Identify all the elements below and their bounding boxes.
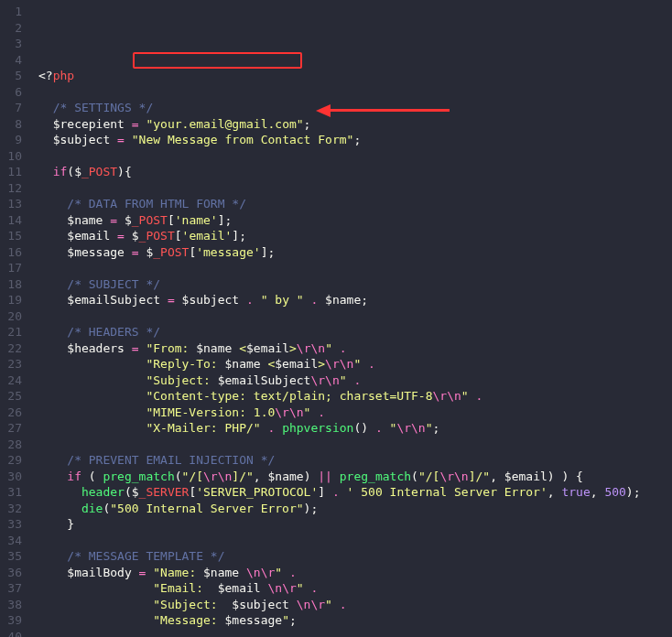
- code-token: .: [310, 581, 318, 595]
- code-token: _SERVER: [139, 485, 190, 499]
- line-number: 26: [5, 405, 22, 421]
- code-line[interactable]: "MIME-Version: 1.0\r\n" .: [38, 405, 641, 421]
- code-line[interactable]: "X-Mailer: PHP/" . phpversion() . "\r\n"…: [38, 420, 641, 437]
- code-token: );: [304, 502, 319, 515]
- code-token: 500: [604, 485, 625, 499]
- code-line[interactable]: [38, 308, 641, 325]
- code-line[interactable]: [38, 84, 641, 101]
- code-line[interactable]: [38, 437, 641, 453]
- code-token: (): [353, 421, 374, 435]
- line-number: 24: [5, 372, 22, 389]
- code-token: =: [168, 293, 175, 307]
- code-line[interactable]: /* SETTINGS */: [38, 100, 641, 116]
- code-line[interactable]: $headers = "From: $name <$email>\r\n" .: [38, 340, 641, 357]
- code-line[interactable]: "Content-type: text/plain; charset=UTF-8…: [38, 388, 641, 405]
- code-token: ($: [125, 485, 139, 499]
- code-token: "/[: [182, 470, 203, 483]
- code-token: ]/": [469, 470, 490, 483]
- code-token: "X-Mailer: PHP/": [146, 421, 260, 435]
- code-token: name: [74, 213, 103, 227]
- code-token: [38, 581, 153, 595]
- code-line[interactable]: $email = $_POST['email'];: [38, 228, 641, 244]
- line-number: 1: [5, 4, 22, 20]
- code-token: $: [318, 293, 332, 307]
- line-number: 27: [5, 420, 22, 437]
- code-token: _POST: [81, 165, 117, 178]
- code-token: ,: [547, 485, 562, 499]
- code-token: 'SERVER_PROTOCOL': [196, 485, 318, 499]
- code-token: headers: [74, 341, 125, 355]
- code-line[interactable]: [38, 148, 641, 165]
- code-token: /* SETTINGS */: [53, 101, 154, 114]
- line-number: 36: [5, 565, 22, 581]
- code-token: [: [168, 213, 175, 227]
- code-token: [38, 421, 146, 435]
- line-number: 3: [5, 36, 22, 52]
- line-number: 29: [5, 452, 22, 469]
- code-token: mailBody: [74, 566, 132, 579]
- code-token: =: [117, 229, 125, 243]
- code-line[interactable]: "Message: $message";: [38, 612, 641, 629]
- code-line[interactable]: $mailBody = "Name: $name \n\r" .: [38, 565, 641, 581]
- code-line[interactable]: if($_POST){: [38, 164, 641, 180]
- code-token: \r\n: [275, 405, 303, 419]
- code-line[interactable]: "Reply-To: $name <$email>\r\n" .: [38, 356, 641, 372]
- code-line[interactable]: if ( preg_match("/[\r\n]/", $name) || pr…: [38, 469, 641, 485]
- code-token: ": [340, 373, 347, 387]
- code-token: , $: [254, 470, 275, 483]
- code-line[interactable]: /* MESSAGE TEMPLATE */: [38, 548, 641, 565]
- code-token: $subject: [232, 598, 289, 611]
- line-number: 18: [5, 276, 22, 293]
- code-token: "From:: [146, 341, 196, 355]
- code-token: [282, 566, 289, 579]
- line-number: 14: [5, 212, 22, 229]
- code-token: );: [626, 485, 641, 499]
- code-line[interactable]: $message = $_POST['message'];: [38, 244, 641, 261]
- code-token: $: [125, 229, 139, 243]
- code-area[interactable]: <?php /* SETTINGS */ $recepient = "your.…: [31, 0, 641, 637]
- code-token: $email: [218, 581, 261, 595]
- code-token: >: [318, 357, 325, 371]
- code-line[interactable]: /* SUBJECT */: [38, 276, 641, 293]
- line-number: 4: [5, 52, 22, 69]
- code-token: emailSubject: [74, 293, 160, 307]
- code-line[interactable]: /* DATA FROM HTML FORM */: [38, 196, 641, 212]
- code-token: "New Message from Contact Form": [132, 133, 354, 146]
- line-number: 38: [5, 597, 22, 613]
- code-token: .: [332, 485, 340, 499]
- code-line[interactable]: }: [38, 516, 641, 533]
- line-number: 12: [5, 180, 22, 197]
- code-token: $name: [196, 341, 232, 355]
- line-number: 19: [5, 292, 22, 308]
- code-line[interactable]: [38, 260, 641, 276]
- code-line[interactable]: /* PREVENT EMAIL INJECTION */: [38, 452, 641, 469]
- code-line[interactable]: [38, 180, 641, 197]
- code-line[interactable]: [38, 629, 641, 637]
- code-token: true: [561, 485, 590, 499]
- code-token: "Subject:: [146, 373, 217, 387]
- code-line[interactable]: $subject = "New Message from Contact For…: [38, 132, 641, 148]
- code-token: [38, 325, 67, 339]
- code-line[interactable]: [38, 533, 641, 549]
- code-token: $: [38, 341, 74, 355]
- code-token: ": [461, 389, 469, 403]
- code-token: \r\n: [325, 357, 353, 371]
- code-token: [160, 293, 168, 307]
- code-line[interactable]: /* HEADERS */: [38, 324, 641, 340]
- code-line[interactable]: "Email: $email \n\r" .: [38, 580, 641, 597]
- code-token: [340, 485, 347, 499]
- code-line[interactable]: "Subject: $subject \n\r" .: [38, 597, 641, 613]
- code-editor[interactable]: 1234567891011121314151617181920212223242…: [0, 0, 672, 637]
- code-token: $: [38, 245, 74, 259]
- code-token: [38, 165, 53, 178]
- code-token: [38, 197, 67, 211]
- code-line[interactable]: "Subject: $emailSubject\r\n" .: [38, 372, 641, 389]
- code-line[interactable]: $recepient = "your.email@gmail.com";: [38, 116, 641, 133]
- code-line[interactable]: <?php: [38, 68, 641, 84]
- line-number: 22: [5, 340, 22, 357]
- code-token: "Name:: [153, 566, 203, 579]
- code-line[interactable]: die("500 Internal Server Error");: [38, 501, 641, 517]
- code-line[interactable]: $name = $_POST['name'];: [38, 212, 641, 229]
- code-line[interactable]: header($_SERVER['SERVER_PROTOCOL'] . ' 5…: [38, 484, 641, 501]
- code-line[interactable]: $emailSubject = $subject . " by " . $nam…: [38, 292, 641, 308]
